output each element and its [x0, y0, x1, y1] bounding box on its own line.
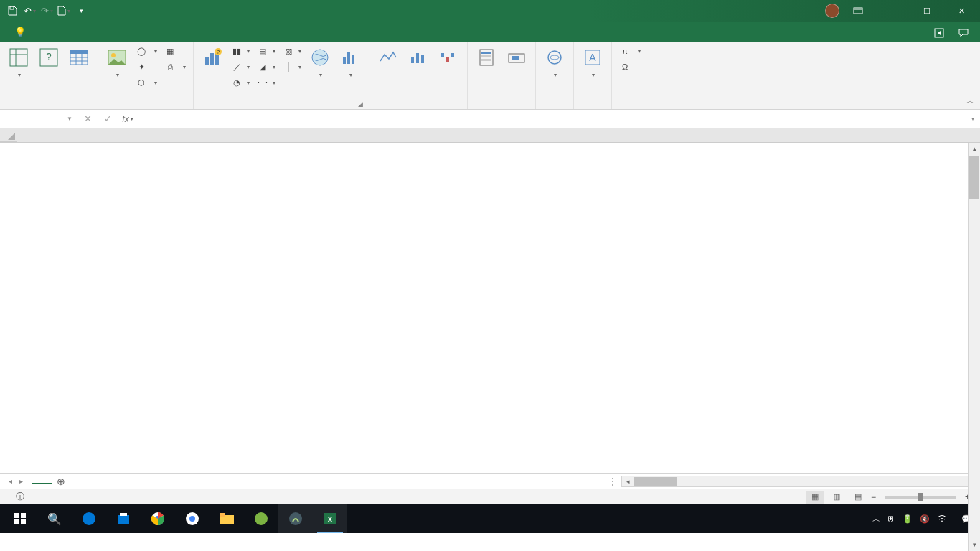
- maximize-button[interactable]: ☐: [911, 0, 943, 22]
- scroll-down-icon[interactable]: ▾: [969, 539, 980, 551]
- windows-taskbar: 🔍 X ︿ ⛨ 🔋 🔇 💬: [0, 504, 980, 533]
- svg-text:?: ?: [217, 49, 220, 55]
- user-avatar[interactable]: [825, 4, 839, 18]
- collapse-ribbon-icon[interactable]: ︿: [966, 95, 974, 106]
- zoom-out-button[interactable]: −: [871, 492, 876, 502]
- close-button[interactable]: ✕: [946, 0, 977, 22]
- select-all-button[interactable]: [0, 128, 17, 142]
- svg-rect-37: [512, 56, 519, 60]
- pie-chart-button[interactable]: ◔▾: [228, 75, 253, 90]
- screenshot-button[interactable]: ⎙▾: [161, 59, 189, 75]
- group-symbols: π▾ Ω: [612, 42, 648, 109]
- accessibility-status[interactable]: ⓘ: [16, 491, 24, 503]
- qat-customize-icon[interactable]: ▾: [73, 3, 89, 19]
- sheet-nav[interactable]: ◂▸: [0, 477, 32, 485]
- normal-view-button[interactable]: ▦: [806, 491, 824, 504]
- formula-input[interactable]: [138, 110, 966, 128]
- area-chart-button[interactable]: ◢▾: [254, 59, 278, 75]
- file-explorer-icon[interactable]: [209, 504, 244, 533]
- minimize-button[interactable]: ─: [877, 0, 908, 22]
- ribbon-display-icon[interactable]: [842, 0, 874, 22]
- name-box[interactable]: ▼: [0, 110, 77, 128]
- share-icon[interactable]: [928, 24, 950, 42]
- sparkline-winloss-button[interactable]: [434, 43, 463, 70]
- recommended-charts-button[interactable]: ?: [198, 43, 227, 70]
- svg-rect-25: [352, 55, 354, 64]
- page-layout-view-button[interactable]: ▥: [828, 491, 845, 504]
- tray-battery-icon[interactable]: 🔋: [903, 514, 913, 524]
- save-icon[interactable]: [4, 3, 20, 19]
- equation-button[interactable]: π▾: [616, 43, 644, 59]
- chrome-profile-icon[interactable]: [175, 504, 209, 533]
- svg-point-54: [255, 512, 268, 525]
- undo-icon[interactable]: ↶▾: [22, 3, 37, 19]
- app-dark-icon[interactable]: [278, 504, 313, 533]
- excel-taskbar-icon[interactable]: X: [313, 504, 347, 533]
- tell-me-search[interactable]: 💡: [7, 22, 37, 42]
- map-chart-button[interactable]: ▧▾: [280, 43, 304, 59]
- sheet-tab-sheet1[interactable]: [32, 479, 52, 484]
- shapes-button[interactable]: ◯▾: [133, 43, 160, 59]
- sparkline-column-button[interactable]: [404, 43, 433, 70]
- column-chart-button[interactable]: ▮▮▾: [228, 43, 253, 59]
- search-button[interactable]: 🔍: [37, 504, 72, 533]
- scroll-thumb[interactable]: [969, 156, 979, 199]
- comments-icon[interactable]: [953, 24, 974, 42]
- timeline-button[interactable]: [502, 43, 531, 70]
- pictures-button[interactable]: ▾: [103, 43, 131, 80]
- table-button[interactable]: [65, 43, 93, 70]
- zoom-slider[interactable]: [885, 496, 956, 499]
- scroll-up-icon[interactable]: ▴: [969, 143, 980, 155]
- area-chart-icon: ◢: [257, 61, 268, 72]
- slicer-button[interactable]: [472, 43, 501, 70]
- formula-bar: ▼ ✕ ✓ fx▾ ▾: [0, 110, 980, 128]
- tray-wifi-icon[interactable]: [937, 514, 947, 523]
- svg-rect-44: [21, 519, 26, 524]
- new-file-icon[interactable]: ▾: [56, 3, 72, 19]
- page-break-view-button[interactable]: ▤: [849, 491, 867, 504]
- line-chart-button[interactable]: ／▾: [228, 59, 253, 75]
- smartart-button[interactable]: ▦: [161, 43, 189, 59]
- bar-chart-button[interactable]: ▤▾: [254, 43, 278, 59]
- vertical-scrollbar[interactable]: ▴ ▾: [968, 143, 980, 551]
- group-illustrations: ▾ ◯▾ ✦ ⬡▾ ▦ ⎙▾: [98, 42, 194, 109]
- icons-button[interactable]: ✦: [133, 59, 160, 75]
- sparkline-line-button[interactable]: [374, 43, 402, 70]
- svg-rect-42: [21, 513, 26, 518]
- app-green-icon[interactable]: [244, 504, 278, 533]
- scroll-left-icon[interactable]: ◂: [622, 478, 633, 485]
- split-handle-icon[interactable]: ⋮: [604, 476, 621, 486]
- symbol-button[interactable]: Ω: [616, 59, 644, 75]
- recommended-pivottables-button[interactable]: ?: [34, 43, 63, 70]
- charts-launcher-icon[interactable]: ◢: [358, 100, 363, 108]
- store-icon[interactable]: [106, 504, 141, 533]
- hscroll-thumb[interactable]: [634, 477, 677, 486]
- tray-shield-icon[interactable]: ⛨: [887, 514, 895, 523]
- link-button[interactable]: ▾: [540, 43, 569, 80]
- chrome-icon[interactable]: [141, 504, 175, 533]
- new-sheet-button[interactable]: ⊕: [52, 476, 70, 487]
- 3d-models-button[interactable]: ⬡▾: [133, 75, 160, 90]
- scatter-chart-button[interactable]: ⋮⋮▾: [254, 75, 278, 90]
- cells-area[interactable]: [17, 143, 980, 473]
- pivottable-button[interactable]: ▾: [4, 43, 33, 80]
- stock-chart-button[interactable]: ┼▾: [280, 59, 304, 75]
- expand-formula-bar-icon[interactable]: ▾: [966, 110, 980, 128]
- tray-chevron-icon[interactable]: ︿: [872, 514, 880, 524]
- text-button[interactable]: A▾: [578, 43, 607, 80]
- redo-icon[interactable]: ↷▾: [39, 3, 55, 19]
- svg-rect-30: [446, 57, 449, 62]
- svg-point-16: [111, 53, 116, 57]
- pivotchart-button[interactable]: ▾: [336, 43, 364, 80]
- tray-volume-icon[interactable]: 🔇: [920, 514, 930, 524]
- group-symbols-label: [616, 106, 644, 109]
- svg-rect-46: [118, 515, 129, 524]
- pi-icon: π: [619, 45, 631, 57]
- cancel-formula-icon[interactable]: ✕: [77, 113, 98, 124]
- edge-icon[interactable]: [72, 504, 106, 533]
- maps-button[interactable]: ▾: [306, 43, 334, 80]
- horizontal-scrollbar[interactable]: ◂ ▸: [621, 476, 980, 487]
- fx-icon[interactable]: fx▾: [118, 114, 138, 124]
- start-button[interactable]: [3, 504, 37, 533]
- enter-formula-icon[interactable]: ✓: [98, 113, 118, 124]
